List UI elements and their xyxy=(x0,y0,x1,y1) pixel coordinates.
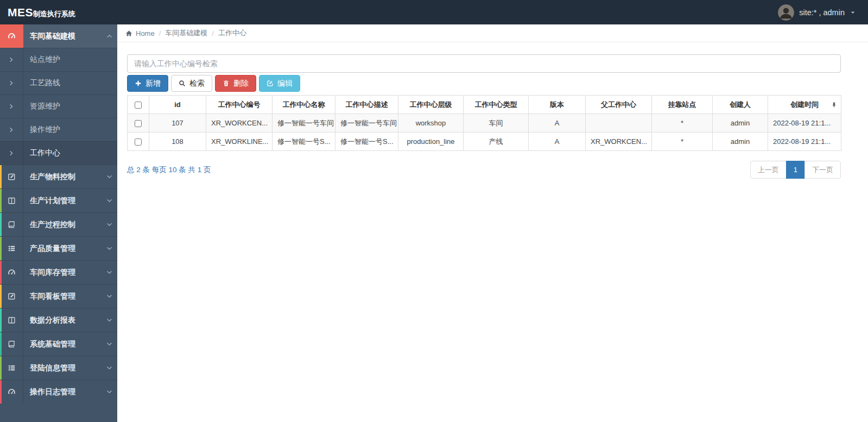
sidebar-item-车间看板管理[interactable]: 车间看板管理 xyxy=(0,284,117,308)
edit-square-icon xyxy=(0,285,23,308)
检索-button[interactable]: 检索 xyxy=(171,75,212,92)
sidebar-item-label: 系统基础管理 xyxy=(23,339,101,349)
cell-工作中心类型: 车间 xyxy=(464,114,529,133)
content: 新增检索删除编辑 id工作中心编号工作中心名称工作中心描述工作中心层级工作中心类… xyxy=(117,42,868,179)
mes-app: MES制造执行系统 site:* , admin 车间基础建模站点维护工艺路线资… xyxy=(0,0,868,422)
sidebar-item-label: 登陆信息管理 xyxy=(23,363,101,373)
breadcrumb-separator: / xyxy=(211,29,215,37)
sidebar-item-产品质量管理[interactable]: 产品质量管理 xyxy=(0,236,117,260)
avatar xyxy=(778,4,794,21)
accent-stripe xyxy=(0,237,2,260)
编辑-button[interactable]: 编辑 xyxy=(259,75,300,92)
sidebar-subitem-工艺路线[interactable]: 工艺路线 xyxy=(0,71,117,95)
chevron-down-icon xyxy=(101,365,117,371)
accent-stripe xyxy=(0,285,2,308)
sidebar-item-系统基础管理[interactable]: 系统基础管理 xyxy=(0,332,117,356)
breadcrumb-separator: / xyxy=(158,29,162,37)
button-label: 新增 xyxy=(145,79,161,89)
cell-创建人: admin xyxy=(713,133,768,151)
sidebar-item-车间库存管理[interactable]: 车间库存管理 xyxy=(0,260,117,284)
sidebar-item-label: 生产过程控制 xyxy=(23,220,101,230)
home-icon xyxy=(125,30,132,37)
list-icon xyxy=(0,356,23,380)
prev-page-button[interactable]: 上一页 xyxy=(750,161,787,179)
cell-工作中心名称: 修一智能一号S... xyxy=(273,133,335,151)
accent-stripe xyxy=(0,261,2,284)
brand-logo: MES制造执行系统 xyxy=(0,6,117,19)
chevron-down-icon xyxy=(101,174,117,180)
cell-工作中心层级: workshop xyxy=(398,114,464,133)
chevron-down-icon xyxy=(101,198,117,204)
sidebar-item-生产计划管理[interactable]: 生产计划管理 xyxy=(0,188,117,212)
cell-id: 107 xyxy=(149,114,206,133)
sidebar-item-label: 产品质量管理 xyxy=(23,244,101,254)
select-all-header xyxy=(128,96,149,114)
table-row: 107XR_WORKCEN...修一智能一号车间修一智能一号车间workshop… xyxy=(128,114,841,133)
sidebar-subitem-操作维护[interactable]: 操作维护 xyxy=(0,118,117,141)
sidebar-subitem-label: 资源维护 xyxy=(23,102,60,111)
edit-square-icon xyxy=(0,165,23,188)
user-menu[interactable]: site:* , admin xyxy=(778,4,868,21)
toolbar: 新增检索删除编辑 xyxy=(127,75,841,92)
accent-stripe xyxy=(0,213,2,236)
breadcrumb: Home / 车间基础建模 / 工作中心 xyxy=(117,24,868,42)
accent-stripe xyxy=(0,165,2,188)
pin-icon[interactable] xyxy=(831,102,837,108)
cell-版本: A xyxy=(529,114,586,133)
sidebar-subitem-label: 操作维护 xyxy=(23,125,60,135)
sidebar: 车间基础建模站点维护工艺路线资源维护操作维护工作中心生产物料控制生产计划管理生产… xyxy=(0,24,117,422)
cell-工作中心类型: 产线 xyxy=(464,133,529,151)
select-all-checkbox[interactable] xyxy=(135,102,142,109)
main-area: Home / 车间基础建模 / 工作中心 新增检索删除编辑 id工作中心编号工作… xyxy=(117,24,868,422)
cell-创建人: admin xyxy=(713,114,768,133)
sidebar-subitem-工作中心[interactable]: 工作中心 xyxy=(0,141,117,165)
sidebar-subitem-label: 工艺路线 xyxy=(23,78,60,88)
plus-icon xyxy=(135,80,142,87)
button-label: 删除 xyxy=(233,79,249,89)
删除-button[interactable]: 删除 xyxy=(215,75,256,92)
cell-id: 108 xyxy=(149,133,206,151)
search-input[interactable] xyxy=(127,54,841,73)
sidebar-item-label: 车间基础建模 xyxy=(23,32,101,41)
chevron-down-icon xyxy=(101,317,117,323)
cell-创建时间: 2022-08-19 21:1... xyxy=(768,114,841,133)
新增-button[interactable]: 新增 xyxy=(127,75,168,92)
column-header-创建时间: 创建时间 xyxy=(768,96,841,114)
chevron-down-icon xyxy=(101,269,117,275)
columns-icon xyxy=(0,189,23,212)
pagination-row: 总 2 条 每页 10 条 共 1 页 上一页 1 下一页 xyxy=(127,161,841,179)
breadcrumb-home[interactable]: Home xyxy=(136,29,155,37)
button-label: 编辑 xyxy=(277,79,293,89)
row-checkbox[interactable] xyxy=(135,120,142,127)
accent-stripe xyxy=(0,332,2,356)
sidebar-subitem-label: 工作中心 xyxy=(23,148,60,158)
next-page-button[interactable]: 下一页 xyxy=(804,161,841,179)
table-row: 108XR_WORKLINE...修一智能一号S...修一智能一号S...pro… xyxy=(128,133,841,151)
sidebar-item-车间基础建模[interactable]: 车间基础建模 xyxy=(0,24,117,48)
cell-创建时间: 2022-08-19 21:1... xyxy=(768,133,841,151)
sidebar-item-label: 数据分析报表 xyxy=(23,316,101,325)
accent-stripe xyxy=(0,380,2,404)
sidebar-item-生产过程控制[interactable]: 生产过程控制 xyxy=(0,212,117,236)
button-label: 检索 xyxy=(189,79,205,89)
sidebar-item-数据分析报表[interactable]: 数据分析报表 xyxy=(0,308,117,332)
breadcrumb-module[interactable]: 车间基础建模 xyxy=(165,28,207,38)
chevron-right-icon xyxy=(0,142,23,165)
page-1-button[interactable]: 1 xyxy=(786,161,805,179)
sidebar-subitem-资源维护[interactable]: 资源维护 xyxy=(0,95,117,118)
sidebar-item-label: 生产物料控制 xyxy=(23,172,101,182)
column-header-工作中心类型: 工作中心类型 xyxy=(464,96,529,114)
sidebar-item-登陆信息管理[interactable]: 登陆信息管理 xyxy=(0,356,117,380)
sidebar-item-生产物料控制[interactable]: 生产物料控制 xyxy=(0,165,117,188)
sidebar-item-操作日志管理[interactable]: 操作日志管理 xyxy=(0,380,117,404)
row-select-cell xyxy=(128,133,149,151)
sidebar-subitem-站点维护[interactable]: 站点维护 xyxy=(0,48,117,71)
trash-icon xyxy=(223,80,230,87)
row-checkbox[interactable] xyxy=(135,138,142,146)
cell-父工作中心: XR_WORKCEN... xyxy=(586,133,652,151)
workcenter-table: id工作中心编号工作中心名称工作中心描述工作中心层级工作中心类型版本父工作中心挂… xyxy=(127,95,841,151)
book-icon xyxy=(0,332,23,356)
cell-挂靠站点: * xyxy=(652,133,713,151)
accent-stripe xyxy=(0,189,2,212)
sidebar-item-label: 生产计划管理 xyxy=(23,196,101,206)
